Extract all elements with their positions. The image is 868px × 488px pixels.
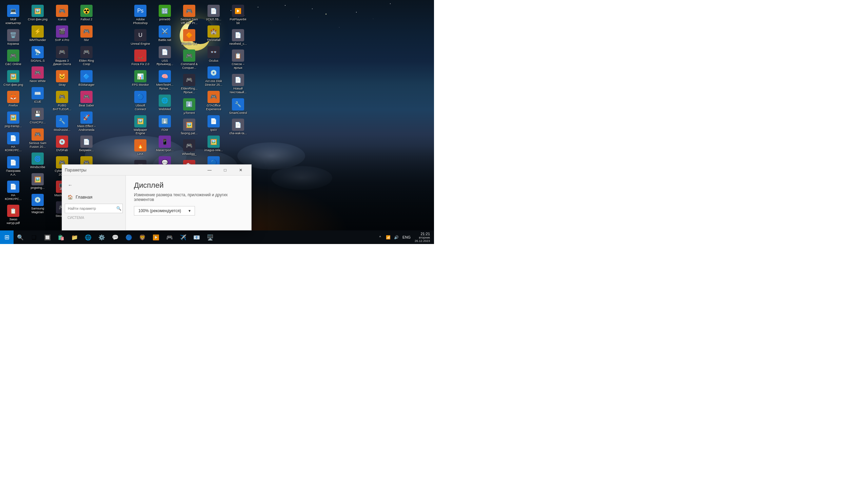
desktop-icon-battle-net[interactable]: ⚔️Battle.net — [153, 24, 176, 43]
desktop-icon-signal-s[interactable]: 📡SIGNAL.S — [26, 45, 49, 64]
desktop-icon-thronefall[interactable]: 🏰Thronefall — [202, 24, 225, 43]
desktop-icon-stol-ping[interactable]: 🖼️Стол фин.png — [26, 3, 49, 23]
desktop-icon-smartcontrol[interactable]: 🔧SmartControl — [226, 97, 250, 116]
desktop-icon-beat-saber[interactable]: 🎮Beat Saber — [75, 89, 98, 109]
search-input[interactable] — [65, 204, 123, 213]
desktop-icon-noviy-doc[interactable]: 📄Новый текстовый... — [226, 73, 250, 96]
desktop-icon-ubisoft[interactable]: 🔵Ubisoft Connect — [129, 89, 152, 113]
desktop-icon-uss[interactable]: 📄USS Ярлыкнод... — [153, 45, 176, 68]
taskbar-icon-tb-task[interactable]: ❑ — [27, 231, 41, 244]
taskbar-icon-tb-telegram[interactable]: ✈️ — [176, 231, 190, 244]
desktop-icon-usklab[interactable]: 📄УСКЛ ЛБ... — [202, 3, 225, 23]
desktop-icon-panorama[interactable]: 📄Панорама А.А. — [2, 155, 25, 178]
scale-select[interactable]: 100% (рекомендуется) ▾ — [134, 206, 195, 216]
desktop-icon-stolcpu[interactable]: 💾СтолCPU... — [26, 106, 49, 126]
desktop-icon-cnc-online[interactable]: 🎮C&C Online — [2, 48, 25, 67]
desktop-icon-neotheid[interactable]: 📄neotheid_c... — [226, 28, 250, 47]
desktop-icon-wallpaper-engine[interactable]: 🖼️Wallpaper Engine — [129, 114, 152, 137]
start-button[interactable]: ⊞ — [0, 230, 14, 244]
desktop-icon-icarus[interactable]: 🎮Icarus — [51, 3, 74, 23]
taskbar-icon-tb-mail[interactable]: 📧 — [190, 231, 203, 244]
desktop-icon-oculus[interactable]: 👓Oculus — [202, 45, 225, 64]
desktop-icon-desktop-fin[interactable]: 🖼️Стол фин.png — [2, 69, 25, 88]
desktop-icon-favpng[interactable]: 🖼️favpng.pat... — [178, 117, 201, 137]
desktop-icon-windscribe[interactable]: 🌀Windscribe — [26, 151, 49, 170]
taskbar-icon-tb-widgets[interactable]: 🔲 — [41, 231, 54, 244]
desktop-icon-zakas-natyp[interactable]: 📋Заказ натур.pdf — [2, 203, 25, 226]
desktop-icon-stray[interactable]: 🐱Stray — [51, 69, 74, 88]
desktop-icon-elden-ring-coop[interactable]: 🎮Elden Ring Coop — [75, 45, 98, 68]
desktop-icon-adobe-ps[interactable]: PsAdobe Photoshop — [129, 3, 152, 26]
home-nav[interactable]: 🏠 Главная — [62, 192, 125, 202]
minimize-button[interactable]: — — [202, 165, 217, 176]
back-button[interactable]: ← — [65, 180, 76, 190]
desktop-icon-serious-sam[interactable]: 🎮Serious Sam Fusion 20... — [26, 127, 49, 150]
desktop-icon-bsmanager[interactable]: 🔷BSManager — [75, 69, 98, 88]
desktop-icon-eldering-yarlyk[interactable]: 🎮EldenRing... Ярлык... — [178, 73, 201, 96]
desktop-icon-imagus[interactable]: 🖼️imagus-rela... — [202, 134, 225, 154]
language-indicator[interactable]: ENG — [401, 235, 412, 239]
desktop-icon-forza2[interactable]: 🏎️Forza Fix 2.0 — [129, 48, 152, 67]
desktop-icon-prime95[interactable]: 🔢prime95 — [153, 3, 176, 23]
desktop-icon-hlvr[interactable]: 🎮hlvr — [75, 24, 98, 43]
desktop-icon-modassist[interactable]: 🔧ModAssist... — [51, 114, 74, 133]
desktop-icon-pngwing[interactable]: 🖼️pngwing... — [26, 172, 49, 191]
desktop-icon-linx[interactable]: 🔥LinX — [129, 138, 152, 157]
desktop-icon-vedma3[interactable]: 🎮Ведьма 3 Дикая Охота — [51, 45, 74, 68]
desktop-icon-magistrole[interactable]: 📱Магистрол... — [153, 134, 176, 154]
desktop-icon-spisok[interactable]: 📋Список – ярлык — [226, 48, 250, 71]
desktop-icon-gtaoffice[interactable]: 🎮GTAOffice Experience — [202, 89, 225, 113]
desktop-icon-svp4pro[interactable]: 🎬SVP 4 Pro — [51, 24, 74, 43]
taskbar-icon-tb-mpc[interactable]: ▶️ — [149, 231, 163, 244]
desktop-icon-my-computer[interactable]: 💻Мой компьютер — [2, 3, 25, 26]
desktop-icon-command-conquer[interactable]: 🎮Command & Conquer... — [178, 48, 201, 71]
desktop-icon-memtest[interactable]: 🧠MemTestH... Ярлык... — [153, 69, 176, 92]
desktop-icon-trash[interactable]: 🗑️Корзина — [2, 28, 25, 47]
desktop-icon-wheeligg[interactable]: 🎮Wheeligg_ — [178, 138, 201, 157]
icon-image-svp4pro: 🎬 — [56, 25, 68, 38]
icon-label-stol-ping: Стол фин.png — [28, 18, 47, 21]
icon-label-spisok: Список – ярлык — [228, 62, 248, 70]
close-button[interactable]: ✕ — [233, 165, 249, 176]
network-icon[interactable]: 📶 — [385, 234, 392, 241]
desktop-icon-neon-white[interactable]: 🎮Neon White — [26, 65, 49, 84]
desktop-icon-ipsiv[interactable]: 📄IpsiV — [202, 114, 225, 133]
taskbar-icon-tb-settings[interactable]: ⚙️ — [95, 231, 108, 244]
desktop-icon-na-konkurs2[interactable]: 📄НА КОНКУРС... — [2, 179, 25, 202]
desktop-icon-firefox[interactable]: 🦊Firefox — [2, 89, 25, 109]
taskbar-icon-tb-store[interactable]: 🛍️ — [54, 231, 68, 244]
desktop-icon-utorrent[interactable]: ⬇️μTorrent — [178, 97, 201, 116]
taskbar-icon-tb-search[interactable]: 🔍 — [14, 231, 27, 244]
taskbar-icon-tb-uplay[interactable]: 🎮 — [163, 231, 176, 244]
icon-label-wheeligg: Wheeligg_ — [182, 152, 197, 156]
system-clock[interactable]: 21:21 вторник26.12.2023 — [413, 232, 431, 243]
desktop-icon-bezumeni[interactable]: 📄Безумен... — [75, 134, 98, 154]
desktop-icon-png-transp[interactable]: 🖼️png-transp... — [2, 110, 25, 129]
desktop-icon-mass-effect[interactable]: 🚀Mass Effect – Andromeda — [75, 110, 98, 133]
desktop-icon-icue[interactable]: ⌨️iCUE — [26, 86, 49, 105]
taskbar-icon-tb-chrome[interactable]: 🔵 — [122, 231, 136, 244]
volume-icon[interactable]: 🔊 — [393, 234, 400, 241]
desktop-icon-wmthunder[interactable]: ⚡WMThunder — [26, 24, 49, 43]
desktop-icon-unreal-engine[interactable]: UUnreal Engine — [129, 28, 152, 47]
desktop-icon-serious-sam2[interactable]: 🎮Serious Sam VR The Pr... — [178, 3, 201, 26]
desktop-icon-samsung-mag[interactable]: 💿Samsung Magician — [26, 192, 49, 216]
taskbar-icon-tb-file[interactable]: 📁 — [68, 231, 81, 244]
taskbar-icon-tb-brave[interactable]: 🦁 — [136, 231, 149, 244]
desktop-icon-cha-wak[interactable]: 📄cha-wak-ta... — [226, 117, 250, 137]
desktop-icon-potplayer[interactable]: ▶️PotPlayer84 bit — [226, 3, 250, 26]
desktop-icon-webmed[interactable]: 🌐WebMed — [153, 93, 176, 113]
desktop-icon-pubg[interactable]: 🎮PUBG BATTLEGR... — [51, 89, 74, 113]
desktop-icon-acroos-disc[interactable]: 💿Acr.oss Disk Director 25... — [202, 65, 225, 88]
desktop-icon-fallout2[interactable]: ☢️Fallout 2 — [75, 3, 98, 23]
taskbar-icon-tb-edge[interactable]: 🌐 — [81, 231, 95, 244]
desktop-icon-dvdfab[interactable]: 💿DVDFab — [51, 134, 74, 154]
desktop-icon-fdm[interactable]: ⬇️FDM — [153, 114, 176, 133]
desktop-icon-blender[interactable]: 🔶Blender 3.4 — [178, 28, 201, 47]
taskbar-icon-tb-discord[interactable]: 💬 — [108, 231, 122, 244]
expand-systray[interactable]: ^ — [377, 234, 383, 241]
maximize-button[interactable]: □ — [217, 165, 233, 176]
taskbar-icon-tb-control[interactable]: 🖥️ — [203, 231, 217, 244]
desktop-icon-na-konkurs1[interactable]: 📄НА КОНКУРС... — [2, 131, 25, 154]
desktop-icon-fps-monitor[interactable]: 📊FPS Monitor — [129, 69, 152, 88]
